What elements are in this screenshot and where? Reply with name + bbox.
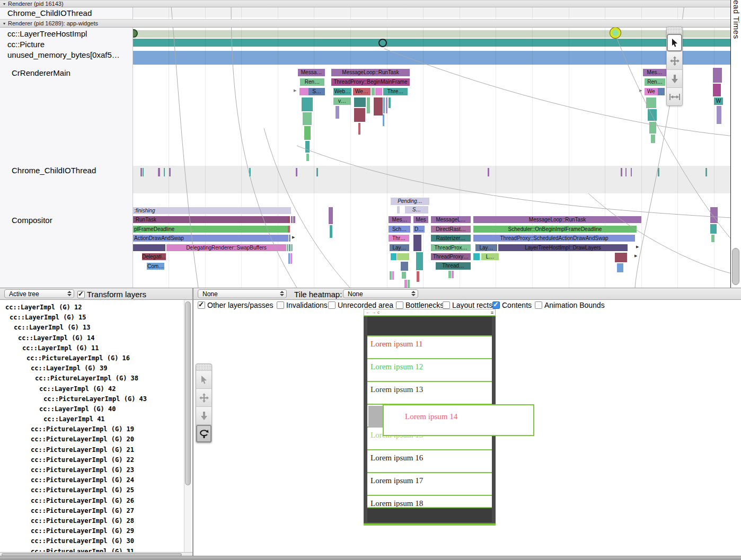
trace-event-bar[interactable]: Delegati… bbox=[142, 253, 166, 260]
trace-event-bar[interactable] bbox=[710, 207, 718, 223]
transform-layers-checkbox[interactable]: Transform layers bbox=[77, 290, 146, 299]
trace-event-bar[interactable]: Messa… bbox=[298, 69, 325, 76]
trace-event-bar[interactable] bbox=[304, 126, 311, 140]
layer-tree-item[interactable]: cc::PictureLayerImpl (G) 22 bbox=[0, 455, 184, 465]
trace-event-bar[interactable] bbox=[306, 154, 309, 161]
scrollbar-thumb[interactable] bbox=[185, 301, 191, 485]
trace-event-bar[interactable]: W bbox=[714, 97, 723, 105]
trace-event-bar[interactable] bbox=[375, 88, 382, 95]
trace-event-bar[interactable] bbox=[358, 123, 360, 135]
trace-event-bar[interactable] bbox=[646, 97, 656, 108]
layer-tree-item[interactable]: cc::PictureLayerImpl (G) 23 bbox=[0, 465, 184, 475]
layer-tree-item[interactable]: cc::PictureLayerImpl (G) 24 bbox=[0, 475, 184, 485]
trace-event-bar[interactable]: ThreadProxy::ScheduledActionDrawAndSwap bbox=[473, 235, 635, 242]
trace-event-bar[interactable] bbox=[416, 252, 423, 270]
trace-event-bar[interactable] bbox=[293, 216, 295, 223]
trace-event-bar[interactable]: D… bbox=[413, 226, 425, 233]
pan-tool-button[interactable] bbox=[196, 389, 211, 407]
layer-tree-item[interactable]: cc::PictureLayerImpl (G) 31 bbox=[0, 547, 184, 553]
trace-event-bar[interactable]: DirectRast… bbox=[431, 226, 471, 233]
trace-event-bar[interactable]: DelegatingRenderer::SwapBuffers bbox=[166, 244, 286, 251]
trace-event-bar[interactable] bbox=[397, 253, 409, 260]
timing-tool-button[interactable] bbox=[667, 88, 682, 105]
panel-divider[interactable] bbox=[192, 288, 193, 556]
trace-event-bar[interactable]: S… bbox=[405, 206, 428, 214]
pan-tool-button[interactable] bbox=[667, 52, 682, 70]
layer-tree-item[interactable]: cc::PictureLayerImpl (G) 38 bbox=[0, 374, 184, 384]
trace-instant-tick[interactable] bbox=[488, 168, 489, 176]
select-tool-button[interactable] bbox=[667, 34, 682, 52]
layer-tree-item[interactable]: cc::LayerImpl (G) 14 bbox=[0, 333, 184, 343]
trace-event-bar[interactable] bbox=[290, 253, 292, 264]
overlay-option-checkbox[interactable]: Unrecorded area bbox=[328, 301, 393, 309]
trace-timeline-canvas[interactable]: Messa…Ren…S…MessageLoop::RunTaskThreadPr… bbox=[133, 0, 730, 288]
trace-event-bar[interactable] bbox=[651, 135, 655, 143]
trace-event-bar[interactable]: Ren… bbox=[300, 78, 324, 86]
trace-event-bar[interactable] bbox=[289, 235, 290, 242]
layer-tree-item[interactable]: cc::PictureLayerImpl (G) 26 bbox=[0, 496, 184, 506]
trace-event-bar[interactable]: ThreadProxy… bbox=[431, 253, 471, 260]
trace-event-bar[interactable] bbox=[336, 106, 339, 119]
trace-event-bar[interactable] bbox=[648, 109, 657, 121]
layer-tree-vertical-scrollbar[interactable] bbox=[184, 300, 191, 552]
trace-event-bar[interactable]: v… bbox=[333, 97, 351, 105]
trace-event-bar[interactable]: Lay… bbox=[390, 244, 409, 251]
trace-event-bar[interactable] bbox=[289, 244, 290, 251]
layer-tree-item[interactable]: cc::LayerImpl (G) 13 bbox=[0, 323, 184, 333]
trace-event-bar[interactable]: Com… bbox=[147, 263, 164, 270]
trace-event-bar[interactable]: S… bbox=[308, 88, 325, 95]
toolbar-drag-handle[interactable] bbox=[667, 27, 682, 34]
trace-event-bar[interactable]: LayerTreeHostImpl::DrawLayers bbox=[498, 244, 628, 251]
trace-event-bar[interactable]: Pending… bbox=[391, 198, 429, 205]
tab-thread-times[interactable]: ead Times bbox=[732, 0, 741, 39]
layer-tree-item[interactable]: cc::PictureLayerImpl (G) 19 bbox=[0, 424, 184, 434]
trace-event-bar[interactable] bbox=[354, 108, 365, 122]
trace-event-bar[interactable]: MessageL… bbox=[431, 216, 471, 223]
trace-event-bar[interactable] bbox=[617, 263, 623, 272]
trace-event-bar[interactable] bbox=[329, 207, 333, 224]
trace-event-bar[interactable] bbox=[448, 271, 451, 278]
trace-instant-tick[interactable] bbox=[296, 168, 297, 176]
trace-event-bar[interactable] bbox=[417, 271, 419, 282]
trace-event-bar[interactable] bbox=[383, 97, 385, 113]
trace-event-bar[interactable] bbox=[287, 244, 288, 251]
layer-tree-item[interactable]: cc::PictureLayerImpl (G) 16 bbox=[0, 353, 184, 363]
trace-event-bar[interactable]: :RunTask bbox=[133, 216, 288, 223]
tree-type-select[interactable]: Active tree bbox=[4, 289, 74, 298]
track-label[interactable]: Compositor bbox=[12, 216, 52, 225]
trace-event-bar[interactable] bbox=[717, 106, 721, 124]
trace-event-bar[interactable]: MessageLoop::RunTask bbox=[331, 69, 410, 76]
heatmap-select[interactable]: None bbox=[198, 289, 287, 298]
layer-tree-item[interactable]: cc::PictureLayerImpl (G) 29 bbox=[0, 526, 184, 536]
trace-event-bar[interactable] bbox=[330, 225, 332, 238]
trace-instant-tick[interactable] bbox=[164, 168, 165, 176]
trace-event-bar[interactable] bbox=[392, 271, 394, 280]
track-label[interactable]: cc::LayerTreeHostImpl bbox=[7, 29, 87, 38]
trace-event-bar[interactable] bbox=[372, 88, 375, 95]
collapse-triangle-icon[interactable]: ▾ bbox=[3, 2, 5, 6]
track-label[interactable]: Chrome_ChildIOThread bbox=[12, 166, 96, 175]
trace-event-bar[interactable] bbox=[710, 224, 717, 234]
trace-event-bar[interactable]: ThreadProxy::BeginMainFrame bbox=[331, 78, 410, 86]
track-label[interactable]: CrRendererMain bbox=[12, 68, 70, 77]
collapse-triangle-icon[interactable]: ▾ bbox=[3, 21, 5, 26]
layer-tree-item[interactable]: cc::LayerImpl (G) 12 bbox=[0, 303, 184, 313]
trace-event-bar[interactable]: plFrameDeadline bbox=[133, 226, 288, 233]
toolbar-drag-handle[interactable] bbox=[196, 364, 211, 371]
trace-event-bar[interactable] bbox=[299, 88, 308, 95]
trace-event-bar[interactable] bbox=[390, 271, 392, 280]
trace-event-bar[interactable] bbox=[389, 97, 391, 108]
trace-event-bar[interactable]: Mes bbox=[413, 216, 428, 223]
trace-event-bar[interactable] bbox=[391, 253, 396, 260]
trace-event-bar[interactable] bbox=[402, 272, 406, 279]
track-label[interactable]: Chrome_ChildIOThread bbox=[7, 8, 92, 17]
trace-event-bar[interactable] bbox=[649, 122, 656, 134]
trace-instant-tick[interactable] bbox=[158, 168, 160, 176]
overlay-option-checkbox[interactable]: Invalidations bbox=[277, 301, 328, 309]
trace-event-bar[interactable]: ThreadProx… bbox=[431, 244, 471, 251]
trace-event-bar[interactable] bbox=[367, 97, 370, 113]
trace-instant-tick[interactable] bbox=[625, 168, 627, 176]
process-header[interactable]: ▾Renderer (pid 16143) bbox=[0, 0, 730, 7]
trace-event-bar[interactable] bbox=[386, 97, 387, 113]
trace-event-bar[interactable] bbox=[401, 262, 408, 271]
